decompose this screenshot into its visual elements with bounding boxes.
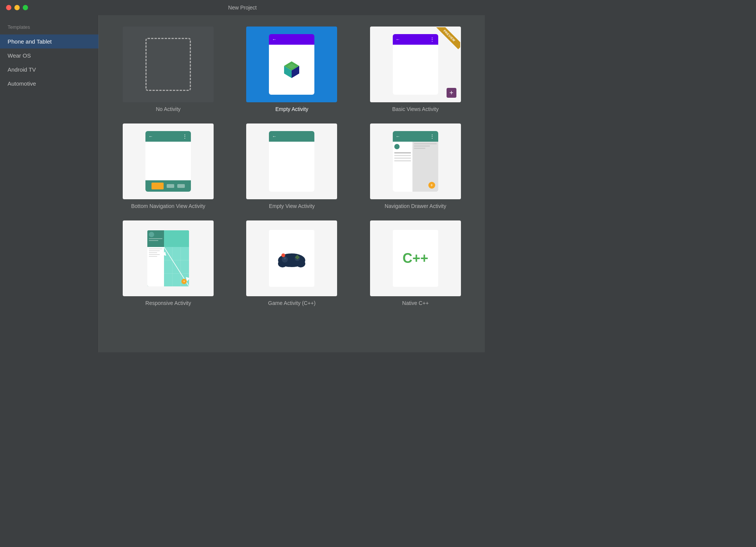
- title-bar: New Project: [0, 0, 485, 15]
- game-controller-icon: [276, 247, 307, 270]
- android-logo: [282, 60, 301, 80]
- empty-activity-body: [269, 45, 314, 95]
- svg-point-16: [281, 253, 285, 257]
- svg-rect-18: [284, 257, 285, 259]
- template-label-bottom-nav: Bottom Navigation View Activity: [131, 203, 205, 209]
- template-label-empty-activity: Empty Activity: [275, 106, 308, 112]
- template-basic-views[interactable]: ← ⋮ PREVIEW + Basic Views Activity: [361, 27, 470, 112]
- template-label-nav-drawer: Navigation Drawer Activity: [385, 203, 447, 209]
- svg-point-22: [297, 258, 298, 259]
- basic-views-mockup: ← ⋮: [393, 34, 438, 95]
- sidebar-label: Templates: [0, 21, 98, 34]
- templates-grid: No Activity ←: [114, 27, 470, 306]
- template-nav-drawer[interactable]: ← ⋮: [361, 123, 470, 209]
- empty-view-mockup: ←: [269, 131, 314, 192]
- template-label-responsive: Responsive Activity: [145, 300, 191, 306]
- template-responsive[interactable]: + Responsive Activity: [114, 220, 222, 306]
- responsive-mockup: +: [147, 230, 189, 286]
- empty-activity-header: ←: [269, 34, 314, 45]
- native-cpp-mockup: C++: [393, 230, 438, 287]
- no-activity-icon: [145, 38, 191, 91]
- template-label-native-cpp: Native C++: [402, 300, 429, 306]
- cpp-label: C++: [403, 250, 428, 266]
- svg-point-21: [297, 255, 298, 257]
- template-empty-view[interactable]: ← Empty View Activity: [237, 123, 346, 209]
- sidebar-item-phone-tablet[interactable]: Phone and Tablet: [0, 34, 98, 48]
- game-activity-mockup: [269, 230, 314, 287]
- plus-button[interactable]: +: [447, 88, 456, 98]
- template-label-game-activity: Game Activity (C++): [268, 300, 316, 306]
- close-button[interactable]: [6, 5, 11, 10]
- window-controls: [6, 5, 28, 10]
- minimize-button[interactable]: [14, 5, 20, 10]
- preview-badge: PREVIEW: [434, 27, 460, 54]
- sidebar-item-android-tv[interactable]: Android TV: [0, 63, 98, 77]
- maximize-button[interactable]: [23, 5, 28, 10]
- sidebar: Templates Phone and Tablet Wear OS Andro…: [0, 15, 98, 352]
- empty-activity-mockup: ←: [269, 34, 314, 95]
- template-label-no-activity: No Activity: [156, 106, 180, 112]
- sidebar-item-wear-os[interactable]: Wear OS: [0, 48, 98, 63]
- content-area: No Activity ←: [99, 15, 485, 352]
- template-empty-activity[interactable]: ←: [237, 27, 346, 112]
- template-game-activity[interactable]: Game Activity (C++): [237, 220, 346, 306]
- main-container: Templates Phone and Tablet Wear OS Andro…: [0, 15, 485, 352]
- template-label-empty-view: Empty View Activity: [269, 203, 315, 209]
- bottom-nav-mockup: ← ⋮: [145, 131, 191, 192]
- sidebar-item-automotive[interactable]: Automotive: [0, 77, 98, 91]
- svg-point-13: [296, 260, 305, 267]
- template-native-cpp[interactable]: C++ Native C++: [361, 220, 470, 306]
- template-label-basic-views: Basic Views Activity: [392, 106, 439, 112]
- template-no-activity[interactable]: No Activity: [114, 27, 222, 112]
- nav-drawer-mockup: ← ⋮: [393, 131, 438, 192]
- template-bottom-nav[interactable]: ← ⋮ Bottom Navigation View Activity: [114, 123, 222, 209]
- window-title: New Project: [228, 5, 256, 11]
